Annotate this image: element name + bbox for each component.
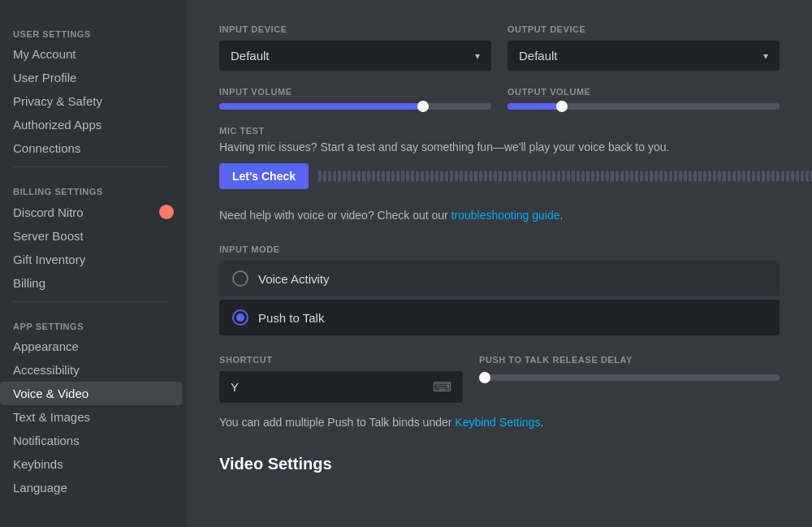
- user-settings-label: User Settings: [0, 16, 182, 42]
- radio-selected-indicator: [236, 313, 244, 322]
- sidebar-item-keybinds[interactable]: Keybinds: [0, 452, 182, 476]
- mic-bar: [421, 171, 424, 182]
- sidebar-item-user-profile[interactable]: User Profile: [0, 66, 182, 89]
- mic-bar: [538, 171, 541, 182]
- sidebar-item-billing[interactable]: Billing: [0, 271, 182, 295]
- mic-bar: [567, 171, 570, 182]
- mic-bar: [801, 171, 804, 182]
- ptt-delay-thumb[interactable]: [479, 372, 490, 383]
- mic-bar: [689, 171, 692, 182]
- mic-bar: [508, 171, 512, 182]
- mic-bar: [542, 171, 546, 182]
- mic-bar: [693, 171, 697, 182]
- mic-bar: [615, 171, 619, 182]
- mic-bar: [348, 171, 351, 182]
- mic-bar: [742, 171, 745, 182]
- sidebar-item-text-images[interactable]: Text & Images: [0, 405, 182, 429]
- push-to-talk-label: Push to Talk: [258, 311, 324, 325]
- input-device-select[interactable]: Default ▾: [219, 41, 491, 71]
- mic-bar: [698, 171, 702, 182]
- mic-bar: [596, 171, 599, 182]
- mic-bar: [747, 171, 750, 182]
- mic-bar: [650, 171, 653, 182]
- sidebar-item-notifications[interactable]: Notifications: [0, 429, 182, 452]
- keybind-settings-link[interactable]: Keybind Settings: [455, 416, 540, 429]
- push-to-talk-radio[interactable]: [232, 309, 248, 326]
- mic-bar: [713, 171, 716, 182]
- sidebar: User Settings My Account User Profile Pr…: [0, 0, 187, 527]
- sidebar-item-authorized-apps[interactable]: Authorized Apps: [0, 113, 182, 136]
- mic-bar: [806, 171, 809, 182]
- input-volume-slider[interactable]: [219, 103, 491, 110]
- mic-bar: [460, 171, 463, 182]
- lets-check-button[interactable]: Let's Check: [219, 163, 309, 189]
- sidebar-item-voice-video[interactable]: Voice & Video: [0, 382, 182, 405]
- mic-bar: [791, 171, 794, 182]
- shortcut-input[interactable]: Y ⌨: [219, 371, 463, 403]
- sidebar-divider-app: [13, 301, 169, 302]
- help-text-suffix: .: [560, 209, 564, 222]
- sidebar-item-label: Gift Inventory: [13, 253, 85, 266]
- output-device-select[interactable]: Default ▾: [508, 41, 780, 71]
- input-volume-col: Input Volume: [219, 87, 491, 110]
- sidebar-item-label: Discord Nitro: [13, 205, 84, 219]
- mic-bar: [674, 171, 677, 182]
- mic-bar: [664, 171, 667, 182]
- mic-bar: [581, 171, 585, 182]
- output-device-value: Default: [519, 49, 558, 63]
- sidebar-item-label: User Profile: [13, 71, 76, 84]
- sidebar-item-appearance[interactable]: Appearance: [0, 335, 182, 358]
- mic-bar: [625, 171, 628, 182]
- output-volume-fill: [508, 103, 562, 110]
- voice-activity-radio[interactable]: [232, 270, 248, 287]
- sidebar-item-language[interactable]: Language: [0, 476, 182, 499]
- mic-bar: [752, 171, 755, 182]
- mic-bar: [606, 171, 609, 182]
- input-volume-fill: [219, 103, 423, 110]
- output-volume-slider[interactable]: [508, 103, 780, 110]
- mic-bar: [357, 171, 361, 182]
- troubleshooting-guide-link[interactable]: troubleshooting guide: [451, 209, 560, 222]
- mic-bar: [411, 171, 414, 182]
- ptt-delay-col: Push to Talk Release Delay: [479, 355, 780, 381]
- mic-bar: [533, 171, 536, 182]
- sidebar-item-discord-nitro[interactable]: Discord Nitro: [0, 200, 182, 224]
- mic-bar: [484, 171, 487, 182]
- input-volume-thumb[interactable]: [417, 101, 429, 112]
- mic-bar: [367, 171, 370, 182]
- sidebar-divider-billing: [13, 166, 169, 167]
- sidebar-item-server-boost[interactable]: Server Boost: [0, 224, 182, 248]
- ptt-delay-slider[interactable]: [479, 374, 780, 381]
- mic-test-section: Mic Test Having mic issues? Start a test…: [219, 126, 780, 189]
- sidebar-item-privacy-safety[interactable]: Privacy & Safety: [0, 89, 182, 113]
- mic-bar: [654, 171, 658, 182]
- mic-bar: [416, 171, 419, 182]
- shortcut-row: Shortcut Y ⌨ Push to Talk Release Delay: [219, 355, 780, 403]
- output-volume-thumb[interactable]: [556, 101, 568, 112]
- billing-settings-label: Billing Settings: [0, 174, 182, 200]
- sidebar-item-connections[interactable]: Connections: [0, 136, 182, 160]
- mic-bar: [645, 171, 648, 182]
- keyboard-icon: ⌨: [433, 379, 451, 395]
- help-text-prefix: Need help with voice or video? Check out…: [219, 209, 451, 222]
- mic-bar: [762, 171, 765, 182]
- mic-bar: [767, 171, 770, 182]
- chevron-down-icon: ▾: [763, 50, 768, 62]
- voice-activity-option[interactable]: Voice Activity: [219, 261, 780, 296]
- sidebar-item-gift-inventory[interactable]: Gift Inventory: [0, 248, 182, 271]
- mic-test-title: Mic Test: [219, 126, 780, 136]
- svg-point-0: [162, 208, 171, 216]
- mic-bar: [479, 171, 482, 182]
- mic-bar: [377, 171, 380, 182]
- chevron-down-icon: ▾: [475, 50, 480, 62]
- sidebar-item-my-account[interactable]: My Account: [0, 42, 182, 66]
- mic-bar: [737, 171, 741, 182]
- sidebar-item-label: Billing: [13, 276, 45, 290]
- push-to-talk-option[interactable]: Push to Talk: [219, 300, 780, 335]
- sidebar-item-label: Accessibility: [13, 363, 80, 377]
- mic-bar: [328, 171, 331, 182]
- sidebar-item-label: Notifications: [13, 434, 80, 447]
- mic-bar: [703, 171, 706, 182]
- sidebar-item-label: My Account: [13, 47, 76, 61]
- sidebar-item-accessibility[interactable]: Accessibility: [0, 358, 182, 382]
